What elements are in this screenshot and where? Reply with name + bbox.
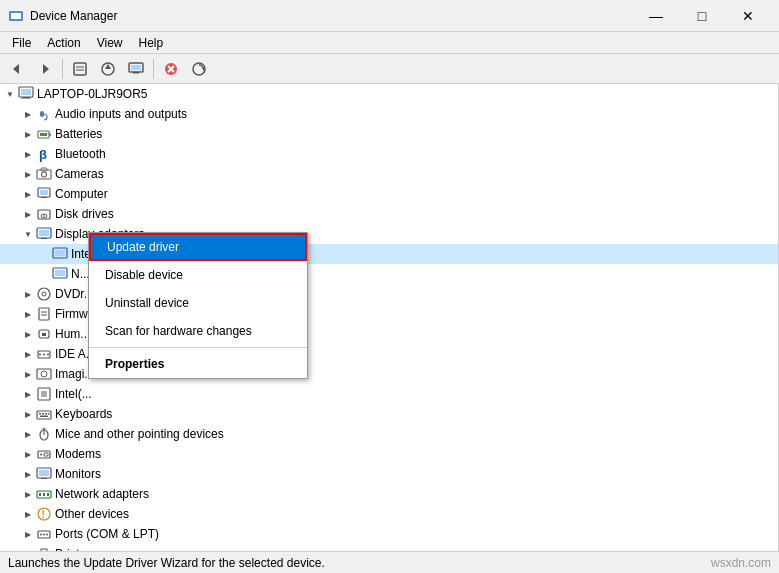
disk-label: Disk drives <box>55 207 114 221</box>
expand-bluetooth[interactable]: ▶ <box>20 146 36 162</box>
svg-marker-3 <box>13 64 19 74</box>
tree-item-computer[interactable]: ▶ Computer <box>0 184 778 204</box>
monitors-label: Monitors <box>55 467 101 481</box>
monitors-icon <box>36 466 52 482</box>
tree-item-disk[interactable]: ▶ Disk drives <box>0 204 778 224</box>
menu-view[interactable]: View <box>89 34 131 52</box>
keyboards-label: Keyboards <box>55 407 112 421</box>
expand-cameras[interactable]: ▶ <box>20 166 36 182</box>
context-disable-device[interactable]: Disable device <box>89 261 307 289</box>
expand-ports[interactable]: ▶ <box>20 526 36 542</box>
expand-hid[interactable]: ▶ <box>20 326 36 342</box>
svg-marker-9 <box>105 64 111 69</box>
menu-help[interactable]: Help <box>131 34 172 52</box>
expand-computer[interactable]: ▶ <box>20 186 36 202</box>
audio-icon <box>36 106 52 122</box>
svg-rect-2 <box>13 20 19 21</box>
intel-label: Intel(... <box>55 387 92 401</box>
svg-rect-1 <box>11 13 21 19</box>
main-container: ▼ LAPTOP-0LJR9OR5 ▶ Audio inputs and <box>0 84 779 551</box>
tree-item-monitors[interactable]: ▶ Monitors <box>0 464 778 484</box>
context-properties[interactable]: Properties <box>89 350 307 378</box>
tree-item-bluetooth[interactable]: ▶ β Bluetooth <box>0 144 778 164</box>
svg-rect-63 <box>40 416 48 418</box>
expand-firmware[interactable]: ▶ <box>20 306 36 322</box>
expand-batteries[interactable]: ▶ <box>20 126 36 142</box>
toolbar <box>0 54 779 84</box>
tree-item-modems[interactable]: ▶ Modems <box>0 444 778 464</box>
menu-file[interactable]: File <box>4 34 39 52</box>
back-button[interactable] <box>4 57 30 81</box>
context-update-driver[interactable]: Update driver <box>89 233 307 261</box>
expand-network[interactable]: ▶ <box>20 486 36 502</box>
tree-item-audio[interactable]: ▶ Audio inputs and outputs <box>0 104 778 124</box>
root-label: LAPTOP-0LJR9OR5 <box>37 87 148 101</box>
expand-modems[interactable]: ▶ <box>20 446 36 462</box>
uninstall-button[interactable] <box>158 57 184 81</box>
update-driver-button[interactable] <box>95 57 121 81</box>
svg-rect-45 <box>39 308 49 320</box>
menu-action[interactable]: Action <box>39 34 88 52</box>
properties-button[interactable] <box>67 57 93 81</box>
tree-item-other[interactable]: ▶ ! Other devices <box>0 504 778 524</box>
scan-button[interactable] <box>186 57 212 81</box>
intel-icon <box>36 386 52 402</box>
tree-item-intel[interactable]: ▶ Intel(... <box>0 384 778 404</box>
status-message: Launches the Update Driver Wizard for th… <box>8 556 325 570</box>
svg-point-51 <box>39 354 41 356</box>
n-icon <box>52 266 68 282</box>
svg-point-35 <box>43 215 45 217</box>
context-menu: Update driver Disable device Uninstall d… <box>88 232 308 379</box>
svg-rect-69 <box>44 453 48 456</box>
tree-item-mice[interactable]: ▶ Mice and other pointing devices <box>0 424 778 444</box>
tree-item-batteries[interactable]: ▶ Batteries <box>0 124 778 144</box>
bluetooth-icon: β <box>36 146 52 162</box>
svg-rect-12 <box>133 72 139 74</box>
svg-rect-75 <box>43 493 45 496</box>
expand-disk[interactable]: ▶ <box>20 206 36 222</box>
mice-icon <box>36 426 52 442</box>
tree-item-ports[interactable]: ▶ Ports (COM & LPT) <box>0 524 778 544</box>
expand-print[interactable]: ▶ <box>20 546 36 551</box>
svg-rect-32 <box>41 197 47 198</box>
expand-keyboards[interactable]: ▶ <box>20 406 36 422</box>
tree-item-cameras[interactable]: ▶ Cameras <box>0 164 778 184</box>
minimize-button[interactable]: — <box>633 0 679 32</box>
expand-dvd[interactable]: ▶ <box>20 286 36 302</box>
expand-display[interactable]: ▼ <box>20 226 36 242</box>
maximize-button[interactable]: □ <box>679 0 725 32</box>
svg-rect-24 <box>40 133 47 136</box>
forward-button[interactable] <box>32 57 58 81</box>
svg-rect-76 <box>47 493 49 496</box>
expand-imaging[interactable]: ▶ <box>20 366 36 382</box>
svg-rect-57 <box>41 391 47 397</box>
cameras-label: Cameras <box>55 167 104 181</box>
window-title: Device Manager <box>30 9 633 23</box>
expand-mice[interactable]: ▶ <box>20 426 36 442</box>
context-scan-hardware[interactable]: Scan for hardware changes <box>89 317 307 345</box>
svg-rect-74 <box>39 493 41 496</box>
close-button[interactable]: ✕ <box>725 0 771 32</box>
bluetooth-label: Bluetooth <box>55 147 106 161</box>
expand-monitors[interactable]: ▶ <box>20 466 36 482</box>
context-uninstall-device[interactable]: Uninstall device <box>89 289 307 317</box>
cameras-icon <box>36 166 52 182</box>
tree-item-print[interactable]: ▶ Print queues <box>0 544 778 551</box>
svg-rect-60 <box>42 413 44 415</box>
expand-ide[interactable]: ▶ <box>20 346 36 362</box>
other-label: Other devices <box>55 507 129 521</box>
expand-audio[interactable]: ▶ <box>20 106 36 122</box>
device-manager-icon-btn[interactable] <box>123 57 149 81</box>
expand-other[interactable]: ▶ <box>20 506 36 522</box>
expand-intel2[interactable]: ▶ <box>20 386 36 402</box>
tree-root[interactable]: ▼ LAPTOP-0LJR9OR5 <box>0 84 778 104</box>
svg-rect-42 <box>55 270 65 276</box>
svg-rect-25 <box>49 133 51 136</box>
svg-rect-72 <box>41 478 47 479</box>
tree-item-keyboards[interactable]: ▶ Keyboards <box>0 404 778 424</box>
status-bar: Launches the Update Driver Wizard for th… <box>0 551 779 573</box>
menu-bar: File Action View Help <box>0 32 779 54</box>
expand-root[interactable]: ▼ <box>2 86 18 102</box>
tree-item-network[interactable]: ▶ Network adapters <box>0 484 778 504</box>
svg-point-43 <box>38 288 50 300</box>
